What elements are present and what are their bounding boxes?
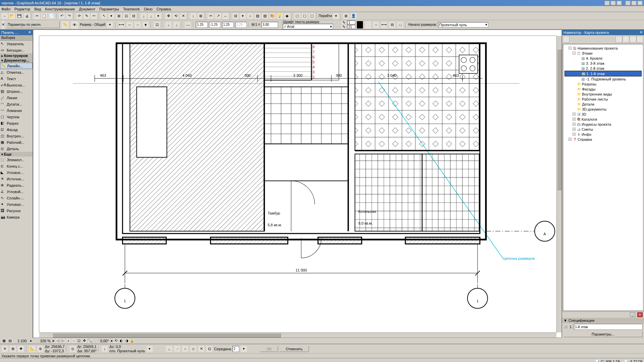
view2-icon[interactable]: ▢	[301, 13, 308, 19]
corner-tool[interactable]: ◣Угловое...	[0, 169, 33, 176]
canvas[interactable]: 8765432	[33, 29, 562, 338]
marquee-tool[interactable]: ▭Бегущая...	[0, 47, 33, 53]
dim-serial-icon[interactable]: ⊟	[389, 21, 395, 28]
dim-mode1-icon[interactable]: ⟷	[118, 21, 125, 28]
font-select[interactable]: ✓ Arial▾	[283, 24, 333, 29]
marker-icon[interactable]: ○	[247, 13, 254, 19]
doc-close-button[interactable]: ✕	[637, 1, 643, 5]
zoom-fit-icon[interactable]: ⊡	[77, 339, 82, 343]
tree-interior[interactable]: 📁Внутренние виды	[565, 92, 642, 97]
lamp-icon[interactable]: 💡	[276, 13, 283, 19]
arrow-picker-icon[interactable]: ▾	[107, 21, 113, 28]
snap4-icon[interactable]: ◇	[190, 346, 197, 352]
snap3-icon[interactable]: ○	[182, 346, 189, 352]
marker-white-icon[interactable]	[365, 21, 371, 29]
split-icon[interactable]: ⊟	[232, 13, 239, 19]
tree-help[interactable]: +❓Справка	[565, 137, 642, 142]
interior-tool[interactable]: ◫Внутрен...	[0, 133, 33, 139]
worksheet-tool[interactable]: ▦Рабочий...	[0, 139, 33, 145]
zoom-window-icon[interactable]: 🔍	[88, 339, 92, 343]
section-tool[interactable]: ◧Разрез	[0, 120, 33, 126]
tree-project-root[interactable]: −🏠Наименование проекта	[565, 46, 642, 51]
adjust-icon[interactable]: ↔	[222, 13, 229, 19]
dim-mode3-icon[interactable]: →	[134, 21, 141, 28]
dimension-tool[interactable]: 📏Линейн...	[0, 63, 33, 69]
cursor-icon[interactable]: ▾	[239, 13, 246, 19]
text-size1-input[interactable]	[196, 22, 208, 28]
nav-icon[interactable]: ⊞	[343, 13, 350, 19]
construct-group[interactable]: ▸ Конструиров	[0, 53, 33, 58]
ruler-horizontal[interactable]	[39, 30, 556, 36]
ruler-vertical[interactable]	[33, 36, 39, 333]
nav-layout-icon[interactable]	[623, 36, 629, 43]
tree-info[interactable]: +ℹИнфо	[565, 132, 642, 137]
tree-story-3[interactable]: 🏢3. 3-й этаж	[565, 61, 642, 66]
picture-tool[interactable]: 🖼Рисунок	[0, 207, 33, 214]
snap6-icon[interactable]: ⊡	[206, 346, 213, 352]
scrollbar-horizontal[interactable]	[39, 333, 556, 338]
node-tool[interactable]: ✦Узловая...	[0, 201, 33, 207]
drawing-tool[interactable]: ▢Чертеж	[0, 114, 33, 120]
tree-estimates[interactable]: +📊Сметы	[565, 127, 642, 132]
paint-icon[interactable]: 🎨	[269, 13, 276, 19]
rotate-icon[interactable]: ⟲	[172, 13, 179, 19]
snap2-icon[interactable]: ⟋	[174, 346, 180, 352]
menu-window[interactable]: Окно	[144, 7, 153, 11]
save-icon[interactable]: 💾	[16, 13, 23, 19]
menu-teamwork[interactable]: Teamwork	[123, 7, 140, 11]
snap1-icon[interactable]: ⟂	[166, 346, 172, 352]
opt-lock-icon[interactable]: 🔒	[130, 339, 135, 343]
coord-xy-icon[interactable]: 📐	[29, 346, 36, 352]
dim-mode2-icon[interactable]: ↔	[126, 21, 133, 28]
zoom-in-icon[interactable]: +	[66, 339, 71, 343]
copy-icon[interactable]: 📋	[41, 13, 48, 19]
person-icon[interactable]: 👤	[350, 13, 357, 19]
navigator-close-icon[interactable]: ✕	[640, 30, 643, 35]
close-strip-icon[interactable]: ✕	[1, 20, 5, 29]
elevate-icon[interactable]: ↕	[190, 13, 197, 19]
mirror-icon[interactable]: ✕	[180, 13, 186, 19]
drawing-viewport[interactable]: 8765432	[39, 36, 556, 333]
eye-icon[interactable]: 👁	[70, 21, 78, 29]
dim-style-icon[interactable]: ⊡	[154, 21, 160, 28]
zoom-prev-icon[interactable]: ◁	[55, 339, 60, 343]
zoom-out-icon[interactable]: −	[71, 339, 76, 343]
undo-icon[interactable]: ↶	[58, 13, 65, 19]
tree-indexes[interactable]: +📇Индексы проекта	[565, 122, 642, 127]
hatch-tool[interactable]: ▨Штрихо...	[0, 88, 33, 95]
pointer-tool[interactable]: ↖Указатель	[0, 41, 33, 47]
level-tool[interactable]: △Отметка...	[0, 69, 33, 75]
goto-dropdown-icon[interactable]: ▾	[333, 13, 339, 19]
ref-dropdown-icon[interactable]: ▾	[146, 346, 153, 352]
tree-story-4[interactable]: 🏢4. Кровля	[565, 56, 642, 61]
camera-tool[interactable]: 📷Камера	[0, 214, 33, 220]
menu-document[interactable]: Документ	[79, 7, 96, 11]
witness1-icon[interactable]: ⟂	[165, 21, 172, 28]
line-style-icon[interactable]: —	[184, 21, 191, 28]
radial-tool[interactable]: ⊕Радиаль...	[0, 182, 33, 188]
dim-chain-icon[interactable]: ↔	[373, 21, 379, 28]
angular-tool[interactable]: ∠Угловой...	[0, 188, 33, 195]
dim-baseline-icon[interactable]: ⟷	[381, 21, 387, 28]
tree-sections[interactable]: 📁Разрезы	[565, 81, 642, 86]
arrow-select-icon[interactable]: ↖	[101, 13, 107, 19]
close-coord-icon[interactable]: ✕	[1, 346, 8, 352]
coord-mode1-icon[interactable]: ⊞	[9, 346, 16, 352]
wand-icon[interactable]: ✎	[83, 13, 90, 19]
nav-close-icon[interactable]: ✕	[637, 312, 643, 317]
view-opt1-icon[interactable]: ▦	[1, 339, 7, 343]
refresh-icon[interactable]: ⟳	[76, 13, 83, 19]
fill-icon[interactable]: ▨	[254, 13, 261, 19]
view1-icon[interactable]: ▢	[294, 13, 301, 19]
default-params-button[interactable]: Параметры по умолч.	[6, 21, 60, 28]
text-size2-input[interactable]	[209, 22, 221, 28]
nav-project-map-icon[interactable]	[563, 36, 570, 43]
menu-help[interactable]: Справка	[157, 7, 171, 11]
marker-black-icon[interactable]	[357, 21, 363, 29]
minimize-button[interactable]: _	[604, 1, 610, 5]
scroll-thumb-h[interactable]	[53, 333, 281, 338]
cut-icon[interactable]: ✂	[34, 13, 40, 19]
doc-minimize-button[interactable]: _	[625, 1, 631, 5]
more-group[interactable]: ▾ Еще	[0, 152, 33, 157]
menu-file[interactable]: Файл	[1, 7, 10, 11]
